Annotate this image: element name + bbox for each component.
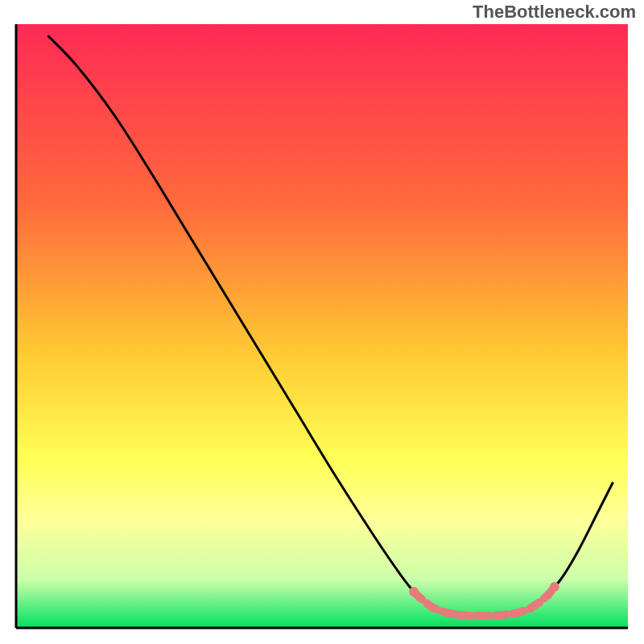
valley-marker (526, 605, 534, 613)
valley-marker (452, 611, 460, 619)
chart-container: { "watermark": "TheBottleneck.com", "cha… (0, 0, 644, 644)
valley-marker (550, 582, 559, 592)
valley-marker (440, 609, 448, 617)
valley-marker (416, 594, 424, 602)
valley-marker (428, 604, 436, 612)
valley-marker (514, 609, 522, 617)
chart-svg (0, 0, 644, 644)
valley-marker (483, 612, 491, 620)
plot-background (16, 24, 628, 628)
watermark-text: TheBottleneck.com (473, 2, 636, 23)
valley-marker (535, 599, 543, 607)
valley-marker (544, 591, 552, 599)
valley-marker (464, 612, 473, 620)
valley-marker (474, 612, 482, 620)
valley-marker (493, 612, 501, 620)
valley-marker (502, 611, 510, 619)
